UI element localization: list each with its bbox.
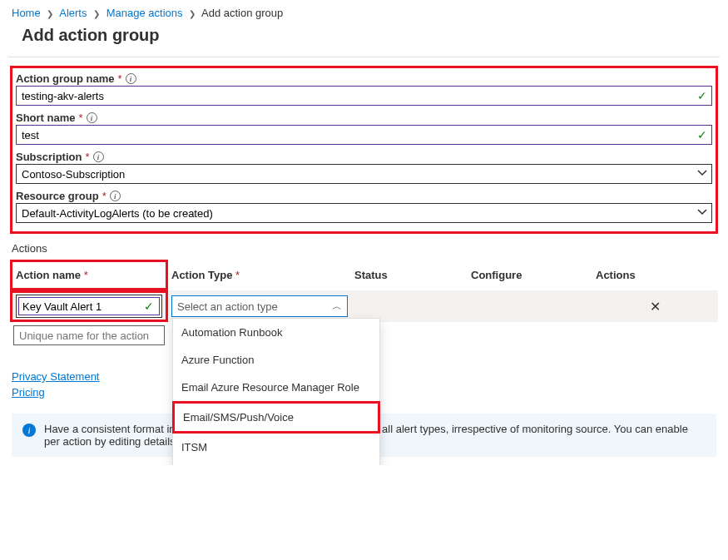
- col-action-type: Action Type *: [168, 262, 351, 288]
- required-marker: *: [117, 72, 121, 85]
- dropdown-option-itsm[interactable]: ITSM: [173, 434, 379, 461]
- divider: [8, 57, 720, 57]
- info-icon[interactable]: i: [93, 151, 104, 162]
- field-action-group-name: Action group name * i ✓: [16, 72, 712, 106]
- actions-heading: Actions: [12, 242, 716, 255]
- info-icon[interactable]: i: [126, 73, 136, 84]
- actions-table-header: Action name * Action Type * Status Confi…: [10, 260, 718, 290]
- label-resource-group: Resource group: [16, 190, 99, 202]
- dropdown-option-automation-runbook[interactable]: Automation Runbook: [173, 319, 379, 346]
- resource-group-select[interactable]: [16, 203, 712, 223]
- col-actions: Actions: [592, 262, 718, 288]
- dropdown-option-logicapp[interactable]: LogicApp: [173, 461, 379, 465]
- required-marker: *: [85, 151, 89, 163]
- action-type-placeholder: Select an action type: [177, 300, 278, 313]
- action-name-input[interactable]: [19, 298, 159, 315]
- dropdown-option-azure-function[interactable]: Azure Function: [173, 346, 379, 374]
- action-name-cell-hl: ✓: [10, 290, 168, 322]
- col-action-name: Action name: [16, 269, 81, 281]
- info-icon: i: [22, 424, 36, 437]
- chevron-right-icon: ❯: [47, 9, 53, 18]
- col-status: Status: [351, 262, 468, 288]
- label-short-name: Short name: [16, 112, 76, 124]
- label-subscription: Subscription: [16, 151, 82, 163]
- breadcrumb-alerts[interactable]: Alerts: [59, 7, 87, 19]
- field-resource-group: Resource group * i: [16, 189, 712, 223]
- required-marker: *: [79, 112, 83, 124]
- action-type-dropdown-menu: Automation Runbook Azure Function Email …: [172, 318, 380, 465]
- chevron-up-icon: ︿: [332, 300, 342, 314]
- delete-row-button[interactable]: ✕: [592, 297, 718, 316]
- label-action-group-name: Action group name: [16, 72, 114, 85]
- chevron-right-icon: ❯: [189, 9, 196, 18]
- required-marker: *: [84, 269, 88, 281]
- status-cell: [351, 305, 468, 308]
- configure-cell: [468, 305, 592, 308]
- field-short-name: Short name * i ✓: [16, 111, 712, 145]
- breadcrumb-manage-actions[interactable]: Manage actions: [106, 7, 183, 19]
- field-subscription: Subscription * i: [16, 150, 712, 184]
- dropdown-option-email-sms-push-voice[interactable]: Email/SMS/Push/Voice: [172, 401, 380, 434]
- required-marker: *: [102, 190, 106, 202]
- col-configure: Configure: [468, 262, 592, 288]
- form-highlight-box: Action group name * i ✓ Short name * i ✓…: [10, 66, 718, 234]
- info-icon[interactable]: i: [110, 191, 121, 201]
- page-title: Add action group: [22, 26, 728, 45]
- action-name-placeholder-input[interactable]: [13, 325, 165, 345]
- info-icon[interactable]: i: [87, 112, 97, 123]
- dropdown-option-email-arm-role[interactable]: Email Azure Resource Manager Role: [173, 374, 379, 401]
- breadcrumb-current: Add action group: [201, 7, 283, 19]
- required-marker: *: [235, 269, 240, 281]
- actions-table: Action name * Action Type * Status Confi…: [10, 260, 718, 349]
- breadcrumb-home[interactable]: Home: [12, 7, 41, 19]
- breadcrumb: Home ❯ Alerts ❯ Manage actions ❯ Add act…: [0, 0, 728, 22]
- action-group-name-input[interactable]: [16, 86, 712, 106]
- col-action-name-hl: Action name *: [10, 260, 168, 290]
- short-name-input[interactable]: [16, 125, 712, 145]
- subscription-select[interactable]: [16, 164, 712, 184]
- chevron-right-icon: ❯: [93, 9, 100, 18]
- action-type-dropdown[interactable]: Select an action type ︿: [171, 295, 348, 317]
